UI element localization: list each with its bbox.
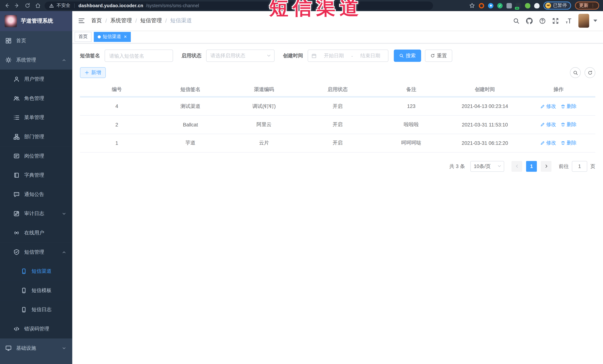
security-label[interactable]: 不安全 (57, 2, 70, 9)
font-size-icon[interactable] (565, 17, 572, 24)
gear-icon (5, 57, 12, 63)
tab-首页[interactable]: 首页 (75, 32, 92, 42)
table-cell: 调试(钉钉) (227, 97, 301, 115)
dashboard-icon (5, 38, 12, 44)
sidebar-item-label: 首页 (16, 37, 26, 44)
sidebar-item-label: 短信模板 (32, 287, 52, 294)
sidebar-item-菜单管理[interactable]: 菜单管理 (0, 108, 72, 127)
reload-icon[interactable] (25, 3, 30, 9)
status-label: 启用状态 (182, 52, 202, 59)
browser-menu-icon[interactable]: ⋮ (591, 3, 595, 8)
prev-page-button[interactable] (511, 161, 522, 172)
sidebar-item-短信日志[interactable]: 短信日志 (0, 300, 72, 319)
sidebar-item-通知公告[interactable]: 通知公告 (0, 185, 72, 204)
close-icon[interactable]: × (124, 34, 127, 39)
sidebar-item-审计日志[interactable]: 审计日志 (0, 204, 72, 223)
delete-link[interactable]: 删除 (561, 121, 577, 128)
sidebar-item-label: 在线用户 (24, 229, 44, 236)
delete-link[interactable]: 删除 (561, 139, 577, 146)
search-button[interactable]: 搜索 (394, 50, 421, 62)
page-number-1[interactable]: 1 (526, 161, 537, 172)
column-header: 短信签名 (154, 83, 227, 97)
search-icon[interactable] (513, 17, 520, 24)
address-bar[interactable]: 不安全 dashboard.yudao.iocoder.cn/system/sm… (45, 1, 433, 10)
forward-icon[interactable] (14, 3, 20, 9)
table-cell: 1 (80, 134, 154, 152)
sidebar-item-首页[interactable]: 首页 (0, 31, 72, 50)
sidebar-item-错误码管理[interactable]: 错误码管理 (0, 319, 72, 339)
home-icon[interactable] (35, 3, 41, 9)
sidebar-item-短信管理[interactable]: 短信管理 (0, 242, 72, 262)
back-icon[interactable] (4, 3, 10, 9)
extension-orange-ring-icon[interactable] (479, 3, 484, 8)
status-select[interactable]: 请选择启用状态 (206, 50, 275, 62)
sidebar-item-用户管理[interactable]: 用户管理 (0, 69, 72, 89)
extension-sprout-icon[interactable] (525, 3, 530, 8)
search-icon (399, 53, 404, 58)
search-icon (573, 70, 578, 75)
sidebar-item-label: 字典管理 (24, 172, 44, 178)
breadcrumb-item[interactable]: 系统管理 (110, 17, 132, 24)
chevron-down-icon[interactable] (593, 20, 597, 22)
sidebar-item-在线用户[interactable]: 在线用户 (0, 223, 72, 243)
next-page-button[interactable] (541, 161, 551, 172)
editlog-icon (13, 211, 20, 217)
date-range-picker[interactable]: 开始日期 - 结束日期 (308, 50, 388, 62)
extension-green-check-icon[interactable]: ✓ (497, 3, 503, 8)
table-cell: 呵呵呵哒 (374, 134, 448, 152)
fullscreen-icon[interactable] (552, 17, 559, 24)
edit-link[interactable]: 修改 (540, 103, 556, 110)
extension-recorder-icon[interactable] (516, 3, 521, 8)
chevron-down-icon (62, 346, 66, 350)
refresh-table-button[interactable] (585, 67, 595, 78)
goto-page-input[interactable] (572, 161, 587, 172)
sidebar-item-角色管理[interactable]: 角色管理 (0, 89, 72, 108)
reset-button[interactable]: 重置 (425, 50, 452, 62)
trash-icon (561, 104, 566, 109)
sign-input[interactable] (105, 50, 173, 62)
hamburger-icon[interactable] (78, 17, 85, 24)
github-icon[interactable] (526, 17, 533, 24)
toggle-search-button[interactable] (570, 67, 581, 78)
extension-tabs-icon[interactable] (507, 3, 512, 8)
chevron-up-icon (62, 250, 66, 254)
sidebar-item-部门管理[interactable]: 部门管理 (0, 127, 72, 146)
tab-短信渠道[interactable]: 短信渠道× (94, 32, 131, 42)
delete-link[interactable]: 删除 (561, 103, 577, 110)
sidebar-menu: 首页系统管理用户管理角色管理菜单管理部门管理岗位管理字典管理通知公告审计日志在线… (0, 31, 72, 364)
table-toolbar: 新增 (80, 67, 595, 78)
plus-icon (85, 70, 89, 75)
sidebar-item-短信渠道[interactable]: 短信渠道 (0, 262, 72, 281)
pagination: 共 3 条 10条/页 1 前往 页 (80, 161, 595, 172)
badge-icon (13, 153, 20, 159)
column-header: 渠道编码 (227, 83, 301, 97)
sidebar-item-字典管理[interactable]: 字典管理 (0, 165, 72, 185)
profile-chip[interactable]: 已暂停 (544, 1, 571, 10)
chevron-up-icon (62, 58, 66, 62)
help-icon[interactable] (539, 17, 546, 24)
update-button[interactable]: 更新 ⋮ (575, 1, 599, 10)
table-cell: 开启 (301, 134, 374, 152)
chevron-down-icon (497, 164, 501, 168)
sidebar-item-基础设施[interactable]: 基础设施 (0, 339, 72, 358)
edit-link[interactable]: 修改 (540, 139, 556, 146)
bookmark-star-icon[interactable] (469, 3, 475, 9)
app-logo[interactable]: 芋道管理系统 (0, 11, 72, 31)
sidebar-item-短信模板[interactable]: 短信模板 (0, 281, 72, 300)
column-header: 编号 (80, 83, 154, 97)
avatar[interactable] (578, 14, 589, 28)
table-cell: 2 (80, 115, 154, 134)
edit-link[interactable]: 修改 (540, 121, 556, 128)
sidebar-item-系统管理[interactable]: 系统管理 (0, 50, 72, 69)
page-size-select[interactable]: 10条/页 (470, 161, 504, 172)
breadcrumb-item[interactable]: 首页 (91, 17, 102, 24)
sidebar-item-岗位管理[interactable]: 岗位管理 (0, 146, 72, 165)
extension-blue-pin-icon[interactable] (488, 3, 493, 8)
breadcrumb-item[interactable]: 短信管理 (140, 17, 162, 24)
column-header: 操作 (522, 83, 595, 97)
row-actions: 修改删除 (522, 115, 595, 134)
goto-label: 前往 (559, 163, 569, 170)
start-date-placeholder: 开始日期 (320, 52, 348, 59)
add-button[interactable]: 新增 (80, 67, 106, 78)
extension-ghost-icon[interactable] (534, 3, 540, 8)
